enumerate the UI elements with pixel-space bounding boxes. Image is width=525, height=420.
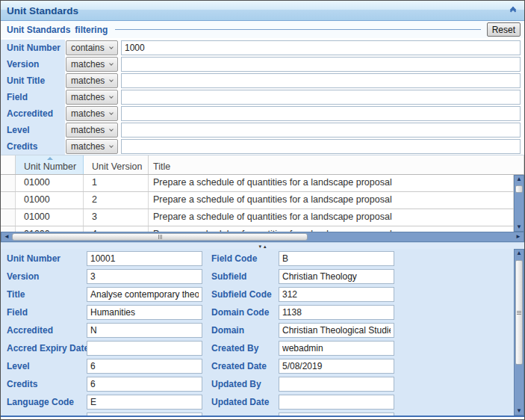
grid-header-row: Unit Number Unit Version Title — [1, 155, 524, 175]
grid-vertical-scrollbar[interactable]: ▲ ▼ — [514, 175, 524, 232]
scroll-up-icon[interactable]: ▲ — [516, 176, 522, 183]
detail-input-created-date[interactable] — [279, 359, 394, 374]
filter-input-unit-title[interactable] — [121, 73, 521, 88]
detail-label-version: Version — [7, 271, 87, 282]
detail-input-accredited[interactable] — [87, 323, 202, 338]
filter-label-accredited: Accredited — [1, 105, 65, 122]
panel-header: Unit Standards — [1, 1, 524, 21]
detail-input-created-by[interactable] — [279, 341, 394, 356]
scroll-down-icon[interactable]: ▼ — [516, 223, 522, 231]
filter-row-version: Version matches — [1, 56, 524, 72]
collapse-panel-icon[interactable] — [508, 6, 518, 15]
column-header-title[interactable]: Title — [149, 155, 524, 174]
chevron-down-icon — [109, 78, 114, 82]
scroll-up-icon[interactable]: ▲ — [516, 250, 522, 257]
filter-operator-unit-title[interactable]: matches — [66, 73, 118, 88]
detail-input-unit-file-date[interactable] — [279, 413, 394, 417]
scroll-down-icon[interactable]: ▼ — [516, 407, 522, 415]
filter-label-unit-number: Unit Number — [1, 40, 65, 56]
detail-input-subfield[interactable] — [279, 269, 394, 284]
detail-label-created-date: Created Date — [202, 361, 279, 371]
row-selector[interactable] — [1, 192, 16, 209]
divider — [115, 29, 480, 30]
detail-input-subfield-code[interactable] — [279, 287, 394, 302]
detail-vertical-scrollbar[interactable]: ▲ ▼ — [514, 249, 524, 416]
detail-vscroll-thumb[interactable] — [515, 260, 523, 365]
grid-hscroll-thumb[interactable] — [12, 233, 308, 241]
detail-label-updated-by: Updated By — [202, 379, 279, 389]
chevron-down-icon — [109, 143, 114, 148]
detail-label-credits: Credits — [7, 379, 87, 389]
detail-input-unit-number[interactable] — [87, 251, 202, 266]
detail-input-domain[interactable] — [279, 323, 394, 338]
detail-label-accred-expiry-date: Accred Expiry Date — [7, 343, 87, 353]
column-header-unit-number[interactable]: Unit Number — [16, 155, 84, 174]
detail-label-unit-number: Unit Number — [7, 253, 87, 264]
detail-label-field: Field — [7, 307, 87, 318]
filter-label-credits: Credits — [1, 138, 65, 155]
detail-label-field-code: Field Code — [202, 253, 279, 264]
chevron-down-icon — [109, 45, 114, 49]
thumb-grip — [158, 235, 162, 239]
filter-input-accredited[interactable] — [121, 106, 521, 121]
detail-input-field[interactable] — [87, 305, 202, 320]
detail-input-unit-status[interactable] — [87, 413, 202, 417]
detail-input-title[interactable] — [87, 287, 202, 302]
filter-label-version: Version — [1, 56, 65, 72]
filter-row-level: Level matches — [1, 122, 524, 138]
filter-input-unit-number[interactable] — [121, 40, 521, 55]
grid-horizontal-scrollbar[interactable]: ◄ ► — [1, 232, 524, 242]
detail-label-title: Title — [7, 289, 87, 300]
detail-label-domain: Domain — [202, 325, 279, 336]
sort-ascending-icon — [47, 157, 53, 160]
row-selector[interactable] — [1, 209, 16, 226]
detail-input-level[interactable] — [87, 359, 202, 374]
filter-input-field[interactable] — [121, 90, 521, 105]
detail-input-domain-code[interactable] — [279, 305, 394, 320]
detail-label-domain-code: Domain Code — [202, 307, 279, 318]
filter-group-label: Unit Standardsfiltering — [7, 25, 108, 35]
detail-label-subfield: Subfield — [202, 271, 279, 282]
detail-input-updated-by[interactable] — [279, 377, 394, 392]
filter-input-version[interactable] — [121, 57, 521, 72]
scroll-left-icon[interactable]: ◄ — [4, 233, 10, 241]
filter-operator-accredited[interactable]: matches — [66, 106, 118, 121]
filter-operator-version[interactable]: matches — [66, 57, 118, 72]
table-row[interactable]: 01000 2 Prepare a schedule of quantities… — [1, 192, 514, 209]
row-selector[interactable] — [1, 175, 16, 191]
table-row[interactable]: 01000 4 Prepare a schedule of quantities… — [1, 226, 514, 232]
splitter-down-icon: ▾ — [258, 244, 261, 249]
detail-input-updated-date[interactable] — [279, 395, 394, 410]
filter-operator-credits[interactable]: matches — [66, 139, 118, 154]
filter-row-unit-title: Unit Title matches — [1, 72, 524, 89]
filter-input-credits[interactable] — [121, 139, 521, 154]
reset-button[interactable]: Reset — [487, 22, 521, 37]
table-row[interactable]: 01000 1 Prepare a schedule of quantities… — [1, 175, 514, 192]
filter-label-field: Field — [1, 89, 65, 105]
filter-operator-field[interactable]: matches — [66, 90, 118, 105]
row-header-corner — [1, 155, 16, 174]
results-grid: Unit Number Unit Version Title 01000 1 P… — [1, 155, 524, 242]
filter-operator-unit-number[interactable]: contains — [66, 40, 118, 55]
detail-input-credits[interactable] — [87, 377, 202, 392]
splitter-up-icon: ▴ — [264, 244, 267, 249]
table-row[interactable]: 01000 3 Prepare a schedule of quantities… — [1, 209, 514, 226]
detail-input-version[interactable] — [87, 269, 202, 284]
detail-label-level: Level — [7, 361, 87, 371]
scroll-right-icon[interactable]: ► — [515, 233, 521, 241]
filter-operator-level[interactable]: matches — [66, 123, 118, 138]
chevron-down-icon — [109, 111, 114, 115]
row-selector[interactable] — [1, 226, 16, 232]
detail-label-updated-date: Updated Date — [202, 397, 279, 407]
column-header-unit-version[interactable]: Unit Version — [84, 155, 149, 174]
detail-input-language-code[interactable] — [87, 395, 202, 410]
detail-input-field-code[interactable] — [279, 251, 394, 266]
chevron-down-icon — [109, 94, 114, 99]
detail-input-accred-expiry-date[interactable] — [87, 341, 202, 356]
panel-splitter[interactable]: ▾ ▴ — [1, 242, 524, 249]
grid-vscroll-thumb[interactable] — [515, 185, 523, 193]
detail-label-language-code: Language Code — [7, 397, 87, 407]
grid-body: 01000 1 Prepare a schedule of quantities… — [1, 175, 524, 232]
page-title: Unit Standards — [7, 5, 508, 16]
filter-input-level[interactable] — [121, 123, 521, 138]
